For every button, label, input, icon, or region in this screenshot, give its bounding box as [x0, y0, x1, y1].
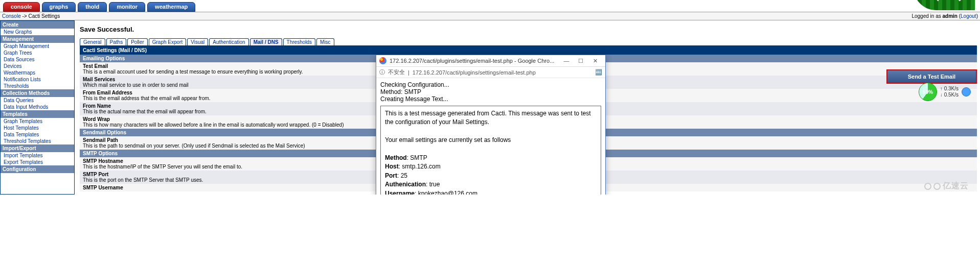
popup-titlebar[interactable]: 172.16.2.207/cacti/plugins/settings/emai… [376, 55, 605, 67]
login-status: Logged in as admin (Logout) [911, 13, 978, 19]
send-test-email-button[interactable]: Send a Test Email [887, 70, 976, 83]
maximize-icon[interactable]: ☐ [574, 58, 588, 64]
popup-address-bar: ⓘ 不安全 | 172.16.2.207/cacti/plugins/setti… [376, 67, 605, 78]
popup-body: Checking Configuration... Method: SMTP C… [376, 78, 605, 195]
subtab-thresholds[interactable]: Thresholds [283, 38, 315, 45]
speed-widget[interactable]: 59% ↑ 0.3K/s ↓ 0.5K/s [919, 83, 971, 101]
translate-icon[interactable]: 🔤 [595, 69, 602, 76]
sidebar-item-thresholds[interactable]: Thresholds [1, 83, 74, 89]
tab-console[interactable]: console [3, 2, 40, 12]
sidebar-head-importexport: Import/Export [1, 144, 74, 152]
breadcrumb-console-link[interactable]: Console [2, 13, 21, 19]
subtab-mail-dns[interactable]: Mail / DNS [250, 38, 282, 45]
sidebar-head-create: Create [1, 21, 74, 29]
popup-msg2: Your email settings are currently set as… [385, 136, 597, 144]
subtab-misc[interactable]: Misc [316, 38, 334, 45]
sidebar-item-export-templates[interactable]: Export Templates [1, 159, 74, 165]
popup-msg1: This is a test message generated from Ca… [385, 109, 597, 127]
sidebar-head-templates: Templates [1, 110, 74, 118]
tab-graphs[interactable]: graphs [42, 2, 76, 12]
speed-accel-icon[interactable] [962, 87, 971, 96]
speed-dial-icon: 59% [919, 83, 937, 101]
sidebar-item-graph-templates[interactable]: Graph Templates [1, 118, 74, 125]
subtab-paths[interactable]: Paths [106, 38, 127, 45]
popup-line2: Method: SMTP [380, 88, 601, 95]
speed-down: ↓ 0.5K/s [940, 92, 959, 98]
login-prefix: Logged in as [911, 13, 942, 19]
breadcrumb-page: Cacti Settings [28, 13, 60, 19]
tab-monitor[interactable]: monitor [109, 2, 145, 12]
subtab-graph-export[interactable]: Graph Export [149, 38, 186, 45]
insecure-label: 不安全 [388, 68, 405, 76]
subtab-authentication[interactable]: Authentication [209, 38, 248, 45]
popup-host-label: Host [385, 163, 399, 170]
sidebar-item-import-templates[interactable]: Import Templates [1, 152, 74, 159]
tab-weathermap[interactable]: weathermap [147, 2, 195, 12]
sidebar-item-new-graphs[interactable]: New Graphs [1, 29, 74, 35]
sidebar-item-data-queries[interactable]: Data Queries [1, 97, 74, 104]
subtab-poller[interactable]: Poller [127, 38, 148, 45]
popup-line3: Creating Message Text... [380, 95, 601, 103]
speed-up: ↑ 0.3K/s [940, 86, 959, 92]
subtab-visual[interactable]: Visual [187, 38, 208, 45]
sidebar-item-data-sources[interactable]: Data Sources [1, 56, 74, 63]
popup-window-title: 172.16.2.207/cacti/plugins/settings/emai… [390, 58, 559, 64]
sidebar-item-graph-trees[interactable]: Graph Trees [1, 50, 74, 56]
sidebar-head-management: Management [1, 35, 74, 43]
breadcrumb: Console -> Cacti Settings [2, 13, 60, 19]
popup-message-box: This is a test message generated from Ca… [380, 106, 601, 195]
chrome-favicon-icon [379, 57, 386, 64]
send-test-email-highlight: Send a Test Email [886, 69, 977, 84]
popup-port-value: : 25 [397, 172, 407, 179]
email-test-popup: 172.16.2.207/cacti/plugins/settings/emai… [376, 55, 606, 195]
sidebar-item-devices[interactable]: Devices [1, 63, 74, 69]
sidebar-item-data-templates[interactable]: Data Templates [1, 131, 74, 138]
sidebar-item-graph-management[interactable]: Graph Management [1, 43, 74, 50]
page-title: Save Successful. [80, 23, 977, 38]
sidebar-item-host-templates[interactable]: Host Templates [1, 125, 74, 131]
subtab-general[interactable]: General [80, 38, 105, 45]
popup-user-value: : knokezhao@126.com [415, 190, 477, 195]
watermark: 亿速云 [924, 181, 969, 191]
popup-url: 172.16.2.207/cacti/plugins/settings/emai… [413, 69, 536, 76]
login-user: admin [943, 13, 958, 19]
watermark-logo-icon-2 [933, 183, 941, 190]
sidebar-item-weathermaps[interactable]: Weathermaps [1, 69, 74, 76]
watermark-logo-icon [924, 183, 931, 190]
popup-method-value: : SMTP [407, 154, 427, 161]
popup-port-label: Port [385, 172, 397, 179]
panel-title: Cacti Settings (Mail / DNS) [80, 46, 977, 55]
breadcrumb-sep: -> [21, 13, 29, 19]
logout-link[interactable]: Logout [961, 13, 976, 19]
sub-tabbar: General Paths Poller Graph Export Visual… [80, 38, 977, 46]
popup-method-label: Method [385, 154, 407, 161]
sidebar-item-threshold-templates[interactable]: Threshold Templates [1, 138, 74, 144]
popup-host-value: : smtp.126.com [399, 163, 441, 170]
popup-line1: Checking Configuration... [380, 81, 601, 88]
popup-auth-value: : true [426, 181, 440, 188]
sidebar-head-collection: Collection Methods [1, 89, 74, 97]
sidebar: Create New Graphs Management Graph Manag… [0, 20, 75, 195]
insecure-icon: ⓘ [379, 68, 385, 76]
popup-auth-label: Authenication [385, 181, 426, 188]
sidebar-head-configuration: Configuration [1, 165, 74, 173]
close-icon[interactable]: ✕ [588, 58, 602, 64]
popup-user-label: Username [385, 190, 415, 195]
sidebar-item-data-input-methods[interactable]: Data Input Methods [1, 104, 74, 110]
top-tabbar: console graphs thold monitor weathermap [0, 0, 980, 12]
minimize-icon[interactable]: — [559, 58, 574, 64]
breadcrumb-bar: Console -> Cacti Settings Logged in as a… [0, 12, 980, 20]
watermark-text: 亿速云 [943, 181, 969, 191]
tab-thold[interactable]: thold [78, 2, 107, 12]
sidebar-item-notification-lists[interactable]: Notification Lists [1, 76, 74, 83]
